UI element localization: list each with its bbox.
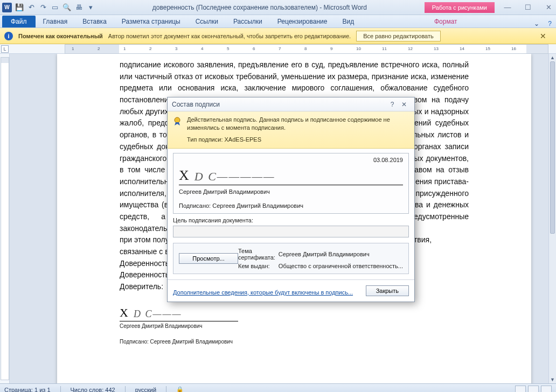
ruler-tick: 14 xyxy=(460,46,464,51)
status-word-count[interactable]: Число слов: 442 xyxy=(71,387,115,393)
signature-signed-by: Подписано: Сергеев Дмитрий Владимирович xyxy=(120,339,469,345)
horizontal-ruler[interactable]: L 1212345678910111213141516 xyxy=(0,44,556,54)
ruler-tick: 7 xyxy=(279,46,281,51)
maximize-button[interactable]: ☐ xyxy=(523,2,533,13)
print-icon[interactable]: 🖶 xyxy=(74,3,83,12)
signature-x-mark: X xyxy=(120,306,128,320)
ruler-tick: 11 xyxy=(382,46,387,51)
view-certificate-button[interactable]: Просмотр... xyxy=(179,253,238,264)
new-icon[interactable]: ▭ xyxy=(51,3,59,12)
cert-issuer-value: Общество с ограниченной ответственность.… xyxy=(279,263,403,269)
dialog-footer: Дополнительные сведения, которые будут в… xyxy=(168,279,414,302)
dialog-titlebar[interactable]: Состав подписи ? ✕ xyxy=(168,97,414,111)
status-page[interactable]: Страница: 1 из 1 xyxy=(4,387,51,393)
title-bar: W 💾 ↶ ↷ ▭ 🔍 🖶 ▾ доверенность (Последнее … xyxy=(0,0,556,15)
view-buttons xyxy=(515,386,552,393)
certificate-info-box: Тема сертификата: Сергеев Дмитрий Владим… xyxy=(173,243,409,274)
ruler-tick: 13 xyxy=(434,46,439,51)
ruler-tick: 2 xyxy=(149,46,151,51)
tab-selector[interactable]: L xyxy=(1,45,9,53)
qat-dropdown-icon[interactable]: ▾ xyxy=(86,3,95,12)
undo-icon[interactable]: ↶ xyxy=(27,3,36,12)
window-title: доверенность (Последнее сохранение польз… xyxy=(95,4,425,11)
ruler-tick: 15 xyxy=(485,46,490,51)
signature-image-icon: D C——— xyxy=(134,309,182,320)
view-reading-icon[interactable] xyxy=(528,386,539,393)
tab-view[interactable]: Вид xyxy=(335,16,362,27)
msgbar-title: Помечен как окончательный xyxy=(18,33,103,39)
dialog-signed-by: Подписано: Сергеев Дмитрий Владимирович xyxy=(179,202,403,209)
tab-references[interactable]: Ссылки xyxy=(188,16,226,27)
quick-access-toolbar: 💾 ↶ ↷ ▭ 🔍 🖶 ▾ xyxy=(15,3,95,12)
svg-point-0 xyxy=(175,117,180,123)
tab-format[interactable]: Формат xyxy=(427,16,465,27)
file-tab[interactable]: Файл xyxy=(2,16,36,27)
ruler-tick: 8 xyxy=(304,46,307,51)
ruler-tick: 10 xyxy=(356,46,361,51)
ruler-tick: 1 xyxy=(72,46,74,51)
tab-insert[interactable]: Вставка xyxy=(75,16,114,27)
tab-layout[interactable]: Разметка страницы xyxy=(114,16,188,27)
ruler-tick: 5 xyxy=(227,46,229,51)
signature-date: 03.08.2019 xyxy=(179,157,403,163)
scroll-up-icon[interactable]: ▲ xyxy=(549,54,556,61)
tab-mailings[interactable]: Рассылки xyxy=(226,16,270,27)
dialog-signer-name: Сергеев Дмитрий Владимирович xyxy=(179,188,403,195)
additional-info-link[interactable]: Дополнительные сведения, которые будут в… xyxy=(173,289,353,296)
signature-signer-name: Сергеев Дмитрий Владимирович xyxy=(120,323,469,329)
scroll-down-icon[interactable]: ▼ xyxy=(549,376,556,383)
cert-theme-label: Тема сертификата: xyxy=(238,248,279,261)
dialog-signature-image-icon: D C————— xyxy=(194,170,275,184)
scroll-thumb[interactable] xyxy=(550,61,555,234)
view-web-icon[interactable] xyxy=(541,386,552,393)
vertical-ruler[interactable] xyxy=(0,54,10,383)
dialog-close-button[interactable]: Закрыть xyxy=(366,285,409,296)
ruler-tick: 16 xyxy=(511,46,516,51)
contextual-tab-picture-tools[interactable]: Работа с рисунками xyxy=(425,2,495,13)
signature-preview-box: 03.08.2019 X D C————— Сергеев Дмитрий Вл… xyxy=(173,153,409,214)
purpose-label: Цель подписания документа: xyxy=(173,217,409,223)
msgbar-close-icon[interactable]: ✕ xyxy=(534,32,552,40)
word-icon: W xyxy=(2,3,12,12)
ruler-tick: 9 xyxy=(330,46,332,51)
print-preview-icon[interactable]: 🔍 xyxy=(62,3,71,12)
vertical-scrollbar[interactable]: ▲ ▼ xyxy=(548,54,556,383)
signature-details-dialog: Состав подписи ? ✕ Действительная подпис… xyxy=(167,97,415,302)
help-icon[interactable]: ? xyxy=(544,20,556,27)
ruler-tick: 6 xyxy=(253,46,255,51)
info-sig-type: Тип подписи: XAdES-EPES xyxy=(187,136,409,144)
dialog-info-banner: Действительная подпись. Данная подпись и… xyxy=(168,111,414,149)
ruler-tick: 4 xyxy=(201,46,203,51)
certificate-icon xyxy=(172,116,183,127)
status-language[interactable]: русский xyxy=(135,387,156,393)
close-window-button[interactable]: ✕ xyxy=(543,2,554,13)
minimize-button[interactable]: — xyxy=(502,2,513,13)
ruler-tick: 2 xyxy=(98,46,100,51)
dialog-help-icon[interactable]: ? xyxy=(386,100,398,109)
redo-icon[interactable]: ↷ xyxy=(39,3,47,12)
info-icon: i xyxy=(4,32,13,40)
view-print-layout-icon[interactable] xyxy=(515,386,526,393)
status-bar: Страница: 1 из 1 Число слов: 442 русский… xyxy=(0,383,556,392)
ruler-tick: 1 xyxy=(123,46,126,51)
save-icon[interactable]: 💾 xyxy=(15,3,24,12)
cert-issuer-label: Кем выдан: xyxy=(238,263,279,269)
tab-home[interactable]: Главная xyxy=(36,16,75,27)
status-permissions-icon[interactable]: 🔒 xyxy=(176,386,184,392)
ruler-tick: 12 xyxy=(408,46,413,51)
dialog-x-mark: X xyxy=(179,167,189,184)
ribbon-minimize-icon[interactable]: ⌄ xyxy=(530,20,544,27)
dialog-title: Состав подписи xyxy=(172,101,220,108)
marked-final-bar: i Помечен как окончательный Автор помети… xyxy=(0,28,556,44)
ribbon-tabs: Файл Главная Вставка Разметка страницы С… xyxy=(0,15,556,28)
purpose-input xyxy=(173,226,409,237)
edit-anyway-button[interactable]: Все равно редактировать xyxy=(356,31,441,41)
info-valid-text: Действительная подпись. Данная подпись и… xyxy=(187,116,409,132)
tab-review[interactable]: Рецензирование xyxy=(270,16,335,27)
ruler-tick: 3 xyxy=(175,46,177,51)
cert-theme-value: Сергеев Дмитрий Владимирович xyxy=(279,251,403,257)
dialog-close-icon[interactable]: ✕ xyxy=(398,100,410,109)
msgbar-text: Автор пометил этот документ как окончате… xyxy=(108,33,351,39)
signature-line[interactable]: X D C——— Сергеев Дмитрий Владимирович По… xyxy=(120,306,469,345)
